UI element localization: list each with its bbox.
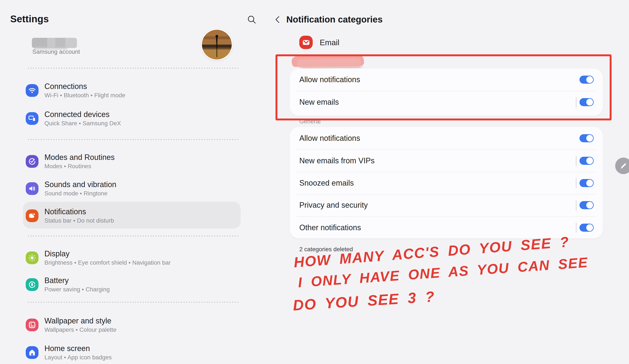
item-label: Display xyxy=(44,249,171,258)
search-icon xyxy=(247,14,257,25)
item-sub: Status bar • Do not disturb xyxy=(44,217,114,224)
notification-icon xyxy=(26,209,38,222)
toggle-separator xyxy=(576,223,577,233)
toggle-separator xyxy=(576,200,577,210)
item-label: Sounds and vibration xyxy=(44,180,116,189)
speaker-icon xyxy=(26,182,38,195)
snoozed-emails-toggle[interactable] xyxy=(580,179,594,187)
back-chevron-icon xyxy=(273,15,283,24)
privacy-security-toggle[interactable] xyxy=(580,201,594,209)
item-label: Notifications xyxy=(44,207,114,216)
email-account-card: Allow notifications New emails xyxy=(290,69,603,116)
toggle-row-label: New emails xyxy=(299,97,339,107)
item-sub: Sound mode • Ringtone xyxy=(44,190,116,197)
sidebar-item-modes-routines[interactable]: Modes and Routines Modes • Routines xyxy=(26,151,115,172)
modes-icon xyxy=(26,155,38,168)
sidebar-item-battery[interactable]: Battery Power saving • Charging xyxy=(26,274,110,295)
toggle-separator xyxy=(576,178,577,188)
scribble-redaction xyxy=(292,55,364,67)
toggle-row-label: Privacy and security xyxy=(299,200,368,210)
categories-deleted-note: 2 categories deleted xyxy=(299,246,353,253)
avatar[interactable] xyxy=(201,29,233,60)
settings-app-window: Settings Samsung account xyxy=(0,0,629,364)
account-label: Samsung account xyxy=(32,48,80,55)
account-name-redacted xyxy=(32,38,77,48)
row-divider xyxy=(296,194,597,194)
other-notifications-toggle[interactable] xyxy=(580,224,594,232)
item-sub: Modes • Routines xyxy=(44,163,115,170)
item-sub: Brightness • Eye comfort shield • Naviga… xyxy=(44,259,171,266)
handwriting-line: DO YOU SEE 3 ? xyxy=(292,288,435,314)
sun-icon xyxy=(26,252,38,264)
item-sub: Wallpapers • Colour palette xyxy=(44,326,117,333)
item-label: Connected devices xyxy=(44,110,121,119)
email-icon[interactable] xyxy=(299,36,313,49)
divider xyxy=(27,302,239,303)
sidebar-item-connected-devices[interactable]: Connected devices Quick Share • Samsung … xyxy=(26,108,121,129)
item-label: Modes and Routines xyxy=(44,153,115,162)
row-divider xyxy=(296,216,597,217)
toggle-separator xyxy=(576,97,577,107)
pane-title: Notification categories xyxy=(286,14,383,25)
sidebar-item-connections[interactable]: Connections Wi-Fi • Bluetooth • Flight m… xyxy=(26,80,125,101)
toggle-row-label: Other notifications xyxy=(299,223,361,233)
back-button[interactable] xyxy=(273,15,283,24)
toggle-row-label: Allow notifications xyxy=(299,133,360,143)
toggle-row-label: New emails from VIPs xyxy=(299,156,375,166)
item-sub: Power saving • Charging xyxy=(44,286,110,293)
new-emails-vips-toggle[interactable] xyxy=(580,157,594,165)
toggle-row-label: Snoozed emails xyxy=(299,178,354,188)
allow-notifications-toggle[interactable] xyxy=(580,76,594,84)
allow-notifications-general-toggle[interactable] xyxy=(580,134,594,142)
devices-icon xyxy=(26,112,38,125)
item-label: Wallpaper and style xyxy=(44,316,117,325)
pencil-icon xyxy=(619,162,628,170)
row-divider xyxy=(296,172,597,172)
search-button[interactable] xyxy=(247,14,257,25)
item-sub: Wi-Fi • Bluetooth • Flight mode xyxy=(44,92,125,99)
toggle-separator xyxy=(576,156,577,166)
section-label: General xyxy=(299,118,320,125)
wallpaper-icon xyxy=(26,319,38,331)
item-sub: Quick Share • Samsung DeX xyxy=(44,120,121,127)
home-icon xyxy=(26,346,38,359)
app-row-label: Email xyxy=(320,38,339,47)
sidebar-item-display[interactable]: Display Brightness • Eye comfort shield … xyxy=(26,248,171,268)
item-label: Connections xyxy=(44,82,125,91)
row-divider xyxy=(296,150,597,150)
divider xyxy=(27,68,239,69)
edge-pen-button[interactable] xyxy=(615,158,629,174)
toggle-row-label: Allow notifications xyxy=(299,75,360,85)
new-emails-toggle[interactable] xyxy=(580,98,594,106)
sidebar-item-wallpaper-style[interactable]: Wallpaper and style Wallpapers • Colour … xyxy=(26,315,117,335)
item-label: Home screen xyxy=(44,344,112,353)
avatar-photo xyxy=(202,30,232,60)
item-sub: Layout • App icon badges xyxy=(44,354,112,361)
battery-icon xyxy=(26,278,38,291)
divider xyxy=(27,139,239,140)
page-title: Settings xyxy=(10,13,49,25)
general-card: Allow notifications New emails from VIPs… xyxy=(290,127,603,238)
sidebar-item-notifications[interactable]: Notifications Status bar • Do not distur… xyxy=(26,206,114,226)
wifi-icon xyxy=(26,84,38,97)
sidebar-item-sounds-vibration[interactable]: Sounds and vibration Sound mode • Ringto… xyxy=(26,179,116,199)
sidebar-item-home-screen[interactable]: Home screen Layout • App icon badges xyxy=(26,342,112,363)
item-label: Battery xyxy=(44,276,110,285)
divider xyxy=(27,235,239,237)
row-divider xyxy=(296,91,597,91)
handwriting-line: I ONLY HAVE ONE AS YOU CAN SEE xyxy=(297,254,589,290)
